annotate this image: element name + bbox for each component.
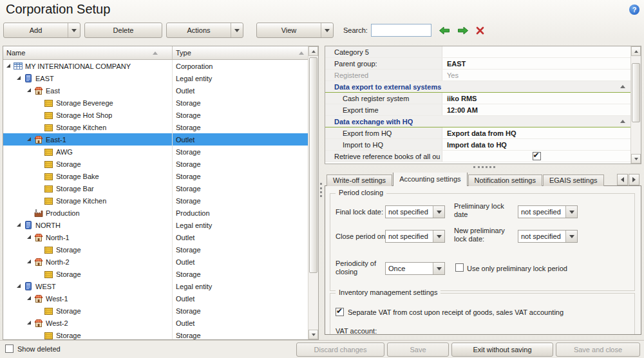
property-value[interactable]: 12:00 AM bbox=[442, 104, 630, 115]
vertical-splitter[interactable] bbox=[320, 183, 322, 197]
add-dropdown-arrow-icon[interactable] bbox=[68, 23, 80, 37]
tree-row[interactable]: NORTHLegal entity bbox=[3, 219, 308, 231]
property-row[interactable]: Cash register systemiiko RMS bbox=[325, 93, 630, 104]
expander-icon[interactable] bbox=[26, 319, 33, 326]
dropdown-arrow-icon[interactable] bbox=[565, 206, 577, 218]
property-value[interactable]: EAST bbox=[442, 58, 630, 69]
tree-row[interactable]: West-1Outlet bbox=[3, 292, 308, 305]
tab-scroll-left-button[interactable] bbox=[617, 174, 628, 185]
periodicity-combobox[interactable]: Once bbox=[385, 262, 445, 275]
save-button[interactable]: Save bbox=[387, 343, 449, 357]
property-value[interactable] bbox=[442, 46, 630, 57]
property-row[interactable]: Export time12:00 AM bbox=[325, 104, 630, 116]
expander-icon[interactable] bbox=[15, 75, 23, 82]
column-header-type[interactable]: Type bbox=[173, 46, 318, 59]
search-previous-button[interactable] bbox=[439, 26, 450, 35]
discard-changes-button[interactable]: Discard changes bbox=[296, 343, 384, 357]
tree-scrollbar[interactable] bbox=[308, 46, 318, 339]
expander-icon[interactable] bbox=[26, 258, 33, 265]
scroll-up-button[interactable] bbox=[308, 46, 318, 56]
tree-row[interactable]: Storage KitchenStorage bbox=[3, 194, 308, 207]
tree-row[interactable]: EASTLegal entity bbox=[3, 72, 308, 84]
expander-icon[interactable] bbox=[26, 136, 33, 143]
actions-button[interactable]: Actions bbox=[166, 23, 243, 38]
dropdown-arrow-icon[interactable] bbox=[433, 206, 444, 218]
clear-search-button[interactable] bbox=[476, 26, 484, 35]
dropdown-arrow-icon[interactable] bbox=[433, 231, 444, 242]
scroll-thumb[interactable] bbox=[632, 63, 640, 122]
checkbox[interactable] bbox=[533, 152, 541, 160]
tree-row[interactable]: WESTLegal entity bbox=[3, 280, 308, 292]
tree-row[interactable]: Storage BeveregeStorage bbox=[3, 97, 308, 109]
scroll-thumb[interactable] bbox=[309, 57, 317, 273]
expander-icon[interactable] bbox=[26, 295, 33, 302]
expander-icon[interactable] bbox=[15, 283, 23, 290]
property-value[interactable]: Import data to HQ bbox=[442, 139, 630, 150]
tree-row[interactable]: StorageStorage bbox=[3, 243, 308, 256]
tree-row[interactable]: Storage BarStorage bbox=[3, 182, 308, 194]
tab-egais-settings[interactable]: EGAIS settings bbox=[543, 174, 604, 186]
tree-row[interactable]: StorageStorage bbox=[3, 158, 308, 170]
property-row[interactable]: Retrieve reference books of all ou bbox=[325, 151, 630, 162]
tree-row[interactable]: StorageStorage bbox=[3, 268, 308, 280]
expander-icon[interactable] bbox=[26, 234, 33, 241]
separate-vat-checkbox[interactable] bbox=[336, 308, 344, 316]
tree-row[interactable]: Storage KitchenStorage bbox=[3, 121, 308, 133]
tree-row[interactable]: EastOutlet bbox=[3, 84, 308, 97]
property-value[interactable] bbox=[442, 151, 630, 162]
tree-row[interactable]: ProductionProduction bbox=[3, 207, 308, 219]
property-row[interactable]: Import to HQImport data to HQ bbox=[325, 139, 630, 151]
show-deleted-checkbox[interactable] bbox=[5, 344, 14, 353]
view-dropdown-arrow-icon[interactable] bbox=[321, 23, 333, 37]
tab-notification-settings[interactable]: Notification settings bbox=[468, 174, 542, 186]
property-row[interactable]: RegisteredYes bbox=[325, 70, 630, 81]
close-period-on-combobox[interactable]: not specified bbox=[385, 230, 445, 243]
search-next-button[interactable] bbox=[457, 26, 469, 35]
tree-row[interactable]: AWGStorage bbox=[3, 146, 308, 158]
property-row[interactable]: Export from HQExport data from HQ bbox=[325, 127, 630, 139]
use-only-preliminary-checkbox[interactable] bbox=[455, 263, 464, 272]
tab-write-off-settings[interactable]: Write-off settings bbox=[327, 174, 392, 186]
property-row[interactable]: Parent group:EAST bbox=[325, 58, 630, 70]
save-and-close-button[interactable]: Save and close bbox=[556, 343, 640, 357]
preliminary-lock-date-combobox[interactable]: not specified bbox=[518, 205, 578, 218]
property-row[interactable]: Category 5 bbox=[325, 46, 630, 58]
horizontal-splitter[interactable] bbox=[473, 166, 495, 168]
column-header-name[interactable]: Name bbox=[3, 46, 173, 59]
tree-row[interactable]: Storage BakeStorage bbox=[3, 170, 308, 182]
new-preliminary-lock-date-combobox[interactable]: not specified bbox=[518, 230, 578, 243]
scroll-up-button[interactable] bbox=[631, 46, 641, 56]
help-icon[interactable] bbox=[629, 5, 639, 15]
tree-row[interactable]: Storage Hot ShopStorage bbox=[3, 109, 308, 121]
tab-scroll-right-button[interactable] bbox=[629, 174, 639, 185]
expander-icon[interactable] bbox=[5, 62, 12, 70]
expander-icon[interactable] bbox=[15, 221, 23, 229]
tree-row[interactable]: North-2Outlet bbox=[3, 256, 308, 268]
property-category-row[interactable]: Data exchange with HQ bbox=[325, 116, 630, 127]
property-value[interactable]: Yes bbox=[442, 70, 630, 80]
tree-row[interactable]: East-1Outlet bbox=[3, 133, 308, 146]
scroll-down-button[interactable] bbox=[631, 154, 641, 164]
expander-icon[interactable] bbox=[26, 87, 33, 94]
property-value[interactable]: Export data from HQ bbox=[442, 127, 630, 138]
add-button[interactable]: Add bbox=[3, 23, 80, 38]
view-button[interactable]: View bbox=[256, 23, 334, 38]
tab-accounting-settings[interactable]: Accounting settings bbox=[393, 173, 467, 186]
collapse-icon[interactable] bbox=[620, 120, 625, 123]
search-input[interactable] bbox=[371, 24, 431, 37]
tree-row[interactable]: StorageStorage bbox=[3, 305, 308, 317]
tree-row[interactable]: North-1Outlet bbox=[3, 231, 308, 243]
tree-row[interactable]: StorageStorage bbox=[3, 329, 308, 339]
dropdown-arrow-icon[interactable] bbox=[565, 231, 577, 242]
exit-without-saving-button[interactable]: Exit without saving bbox=[451, 343, 553, 357]
property-value[interactable]: iiko RMS bbox=[442, 93, 630, 104]
collapse-icon[interactable] bbox=[620, 85, 625, 88]
actions-dropdown-arrow-icon[interactable] bbox=[231, 23, 243, 37]
dropdown-arrow-icon[interactable] bbox=[433, 263, 444, 274]
tree-row[interactable]: West-2Outlet bbox=[3, 317, 308, 329]
final-lock-date-combobox[interactable]: not specified bbox=[385, 205, 445, 218]
tree-row[interactable]: MY INTERNATIONAL COMPANYCorporation bbox=[3, 60, 308, 72]
delete-button[interactable]: Delete bbox=[84, 23, 162, 38]
property-category-row[interactable]: Data export to external systems bbox=[325, 81, 630, 93]
scroll-down-button[interactable] bbox=[308, 330, 318, 339]
